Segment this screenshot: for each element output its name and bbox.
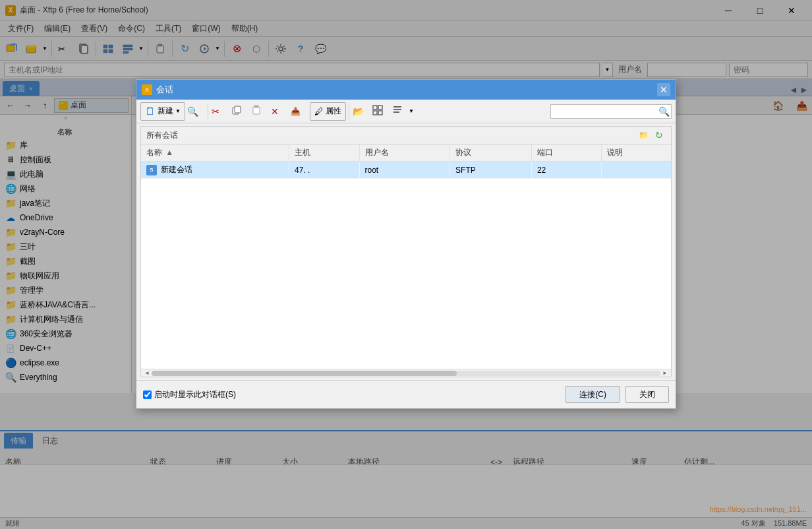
row-user-cell: root: [359, 162, 450, 179]
startup-checkbox[interactable]: [143, 390, 152, 399]
col-protocol[interactable]: 协议: [450, 144, 532, 162]
table-header-row: 名称 ▲ 主机 用户名 协议 端口 说明: [141, 144, 671, 162]
sort-arrow: ▲: [165, 148, 173, 157]
scrollbar-left-arrow[interactable]: ◄: [142, 369, 152, 377]
dialog-view-btn[interactable]: [392, 102, 407, 121]
startup-label: 启动时显示此对话框(S): [154, 389, 236, 400]
svg-rect-22: [378, 106, 382, 109]
section-actions: 📁 ↻: [637, 129, 666, 141]
dialog-title-bar: X 会话 ✕: [136, 80, 676, 100]
dialog-cut-btn[interactable]: ✂: [211, 102, 229, 121]
dialog-scrollbar: ◄ ►: [141, 369, 671, 377]
list-view-icon: [392, 105, 403, 117]
svg-rect-27: [393, 111, 399, 113]
dialog-view-dropdown[interactable]: ▼: [392, 102, 415, 121]
dialog-copy-btn[interactable]: [231, 102, 249, 121]
scrollbar-track[interactable]: [152, 371, 660, 376]
svg-rect-20: [254, 106, 258, 108]
table-row[interactable]: S 新建会话 47. . root SFTP 22: [141, 162, 671, 179]
property-label: 属性: [326, 106, 341, 117]
dialog-new-icon: 🗒: [145, 106, 156, 117]
session-dialog: X 会话 ✕ 🗒 新建 ▼ 🔍 ✂: [136, 79, 676, 409]
copy-icon: [231, 105, 242, 117]
dialog-footer: 启动时显示此对话框(S) 连接(C) 关闭: [136, 380, 676, 408]
dialog-content: 所有会话 📁 ↻ 名称 ▲: [140, 126, 672, 377]
scrollbar-thumb: [152, 371, 457, 376]
dialog-overlay: X 会话 ✕ 🗒 新建 ▼ 🔍 ✂: [0, 0, 812, 529]
row-protocol-cell: SFTP: [450, 162, 532, 179]
dialog-new-label: 新建: [158, 106, 173, 117]
svg-rect-25: [393, 106, 401, 108]
dialog-view-dropdown-arrow[interactable]: ▼: [407, 102, 415, 121]
dialog-new-btn[interactable]: 🗒 新建 ▼: [140, 102, 185, 121]
dialog-paste-btn[interactable]: [250, 102, 269, 121]
dialog-section-header: 所有会话 📁 ↻: [141, 127, 671, 144]
row-host-cell: 47. .: [289, 162, 359, 179]
dlg-sep-2: [349, 104, 349, 119]
dialog-title-text: 会话: [156, 84, 653, 96]
dialog-import-btn[interactable]: 📥: [290, 102, 308, 121]
dialog-connect-btn[interactable]: 连接(C): [566, 386, 620, 403]
folder-icon: 📁: [639, 131, 649, 140]
svg-rect-23: [373, 111, 377, 115]
dialog-search-input[interactable]: [551, 105, 656, 118]
delete-icon: ✕: [271, 106, 279, 117]
dialog-folder-btn[interactable]: 📂: [352, 102, 370, 121]
col-port[interactable]: 端口: [531, 144, 601, 162]
svg-rect-21: [373, 106, 377, 109]
section-btn-folder[interactable]: 📁: [637, 129, 650, 141]
svg-rect-19: [253, 107, 260, 114]
dialog-close-btn[interactable]: ✕: [657, 83, 670, 96]
dialog-search-btn[interactable]: 🔍: [187, 102, 205, 121]
svg-rect-24: [378, 111, 382, 115]
dialog-property-btn[interactable]: 🖊 属性: [310, 102, 346, 121]
property-icon: 🖊: [314, 106, 324, 117]
dialog-close-footer-btn[interactable]: 关闭: [625, 386, 669, 403]
dialog-table: 名称 ▲ 主机 用户名 协议 端口 说明: [141, 144, 671, 369]
row-name-cell: S 新建会话: [141, 162, 289, 179]
col-name[interactable]: 名称 ▲: [141, 144, 289, 162]
thumbnail-icon: [372, 105, 383, 117]
row-note-cell: [602, 162, 671, 179]
import-icon: 📥: [291, 107, 301, 116]
row-port-cell: 22: [531, 162, 601, 179]
dialog-new-arrow: ▼: [175, 108, 181, 114]
dialog-thumb-btn[interactable]: [372, 102, 390, 121]
search-icon: 🔍: [187, 106, 198, 117]
sessions-table: 名称 ▲ 主机 用户名 协议 端口 说明: [141, 144, 671, 179]
cut-icon: ✂: [212, 106, 219, 117]
col-note[interactable]: 说明: [602, 144, 671, 162]
dialog-search-submit-btn[interactable]: 🔍: [656, 105, 671, 118]
folder-open-icon: 📂: [353, 106, 364, 117]
section-btn-refresh[interactable]: ↻: [652, 129, 666, 141]
session-row-icon: S: [146, 165, 157, 175]
col-user[interactable]: 用户名: [359, 144, 450, 162]
row-name-label: 新建会话: [161, 164, 192, 175]
svg-rect-18: [235, 106, 241, 113]
dialog-delete-btn[interactable]: ✕: [270, 102, 289, 121]
col-host[interactable]: 主机: [289, 144, 359, 162]
startup-checkbox-label[interactable]: 启动时显示此对话框(S): [143, 389, 560, 400]
dialog-toolbar: 🗒 新建 ▼ 🔍 ✂: [136, 100, 676, 123]
dialog-title-icon: X: [142, 84, 152, 95]
scrollbar-right-arrow[interactable]: ►: [660, 369, 670, 377]
svg-rect-26: [393, 109, 401, 110]
dialog-search-box: 🔍: [550, 104, 672, 119]
row-name-with-icon: S 新建会话: [146, 164, 283, 175]
section-label: 所有会话: [146, 130, 178, 141]
dlg-sep-1: [208, 104, 208, 119]
paste-icon: [251, 105, 262, 117]
